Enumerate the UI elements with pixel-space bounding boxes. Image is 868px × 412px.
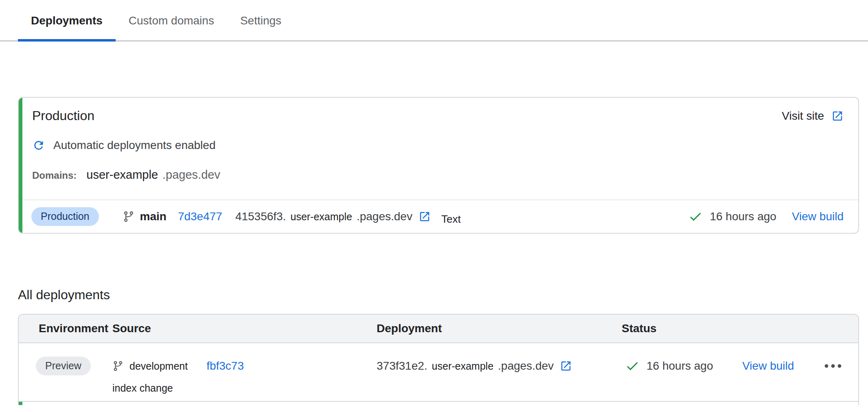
external-link-icon[interactable] (419, 210, 431, 223)
more-options-button[interactable] (823, 356, 843, 376)
next-row-peek (18, 402, 859, 405)
deployment-note: Text (441, 213, 461, 226)
deployment-url-suffix: .pages.dev (357, 210, 412, 223)
all-deployments-title: All deployments (18, 287, 868, 302)
deployment-url: 415356f3. user-example .pages.dev (235, 210, 431, 223)
commit-hash-link[interactable]: fbf3c73 (206, 359, 244, 373)
production-card-title: Production (32, 108, 94, 123)
deployment-url-hash: 373f31e2. (377, 359, 427, 373)
deployment-url-suffix: .pages.dev (498, 359, 554, 373)
environment-badge: Preview (36, 357, 91, 375)
external-link-icon[interactable] (560, 360, 572, 372)
tab-deployments[interactable]: Deployments (18, 0, 116, 42)
tab-settings-label: Settings (240, 14, 281, 27)
deployment-time: 16 hours ago (647, 359, 713, 373)
production-accent-strip (19, 98, 22, 233)
deployment-url-hash: 415356f3. (235, 210, 286, 223)
check-icon (625, 359, 640, 373)
branch-icon (123, 210, 135, 223)
production-accent-strip (19, 402, 22, 405)
deployment-url-domain: user-example (432, 360, 493, 372)
refresh-icon (32, 139, 45, 152)
production-deployment-row: Production main 7d3e477 415356f3. user-e… (19, 200, 858, 233)
tab-custom-domains-label: Custom domains (129, 14, 214, 27)
commit-message: index change (112, 382, 377, 394)
domain-suffix: .pages.dev (162, 168, 220, 182)
column-header-deployment: Deployment (377, 322, 622, 335)
tabs-bar: Deployments Custom domains Settings (0, 0, 868, 42)
table-row: Preview development fbf3c73 index change… (19, 343, 858, 402)
column-header-status: Status (622, 322, 858, 335)
check-icon (688, 209, 703, 224)
column-header-environment: Environment (19, 322, 112, 335)
deployment-url: 373f31e2. user-example .pages.dev (377, 359, 572, 373)
external-link-icon (831, 110, 844, 122)
tab-custom-domains[interactable]: Custom domains (116, 0, 227, 42)
branch-name: development (129, 360, 188, 372)
branch-name: main (140, 210, 167, 223)
visit-site-link[interactable]: Visit site (782, 110, 844, 123)
tab-deployments-label: Deployments (31, 14, 103, 27)
tab-settings[interactable]: Settings (227, 0, 294, 42)
column-header-source: Source (112, 322, 377, 335)
environment-badge: Production (31, 207, 99, 226)
branch-icon (112, 360, 124, 372)
commit-hash-link[interactable]: 7d3e477 (178, 210, 222, 223)
production-card: Production Visit site Automatic deployme… (18, 97, 859, 234)
auto-deployments-text: Automatic deployments enabled (53, 139, 215, 152)
more-icon (823, 361, 843, 371)
domain-name: user-example (86, 168, 158, 182)
view-build-link[interactable]: View build (792, 210, 844, 223)
deployments-table: Environment Source Deployment Status Pre… (18, 314, 859, 402)
deployment-time: 16 hours ago (710, 210, 776, 223)
domains-label: Domains: (32, 170, 77, 181)
view-build-link[interactable]: View build (742, 359, 794, 373)
table-header-row: Environment Source Deployment Status (19, 315, 858, 343)
deployment-url-domain: user-example (290, 211, 352, 223)
visit-site-label: Visit site (782, 110, 824, 123)
